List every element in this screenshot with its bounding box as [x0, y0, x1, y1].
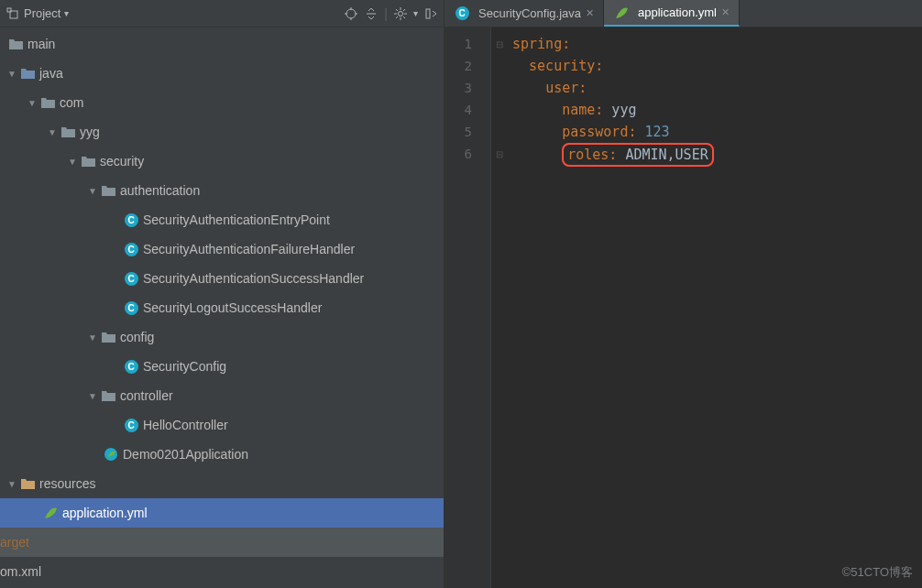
- fold-icon[interactable]: ⊟: [491, 143, 507, 165]
- tree-label: config: [120, 330, 154, 344]
- svg-line-14: [403, 16, 405, 18]
- tree-label: arget: [0, 535, 29, 550]
- tree-class-file[interactable]: C SecurityLogoutSuccessHandler: [0, 293, 444, 322]
- tree-folder-config[interactable]: ▼ config: [0, 322, 444, 352]
- tree-folder-yyg[interactable]: ▼ yyg: [0, 117, 444, 147]
- code-area: 1 2 3 4 5 6 ⊟ ⊟ spring: security: user: …: [445, 27, 922, 588]
- line-number: 4: [445, 99, 490, 121]
- class-icon: C: [454, 6, 470, 21]
- class-icon: C: [123, 300, 139, 315]
- spring-leaf-icon: [42, 506, 59, 520]
- tree-label: java: [39, 66, 63, 81]
- chevron-down-icon: ▼: [7, 69, 16, 79]
- close-icon[interactable]: ✕: [721, 6, 730, 18]
- tree-yml-file[interactable]: application.yml: [0, 498, 444, 528]
- tree-label: resources: [39, 476, 95, 491]
- code-content[interactable]: spring: security: user: name: yyg passwo…: [507, 27, 922, 588]
- tree-label: application.yml: [62, 506, 148, 520]
- tab-application-yml[interactable]: application.yml ✕: [604, 0, 740, 27]
- tree-folder-target[interactable]: arget: [0, 528, 444, 557]
- tree-label: SecurityAuthenticationSuccessHandler: [143, 271, 364, 286]
- folder-icon: [100, 388, 116, 403]
- line-number: 5: [445, 121, 490, 143]
- tree-spring-app[interactable]: Demo0201Application: [0, 440, 444, 469]
- chevron-down-icon: ▼: [48, 127, 57, 137]
- tab-security-config[interactable]: C SecurityConfig.java ✕: [445, 0, 604, 27]
- spring-leaf-icon: [613, 5, 630, 20]
- folder-icon: [100, 183, 116, 198]
- tree-label: security: [100, 154, 144, 169]
- tree-folder-security[interactable]: ▼ security: [0, 147, 444, 176]
- collapse-icon[interactable]: [364, 6, 379, 21]
- tree-folder-authentication[interactable]: ▼ authentication: [0, 176, 444, 205]
- chevron-down-icon: ▼: [27, 98, 37, 108]
- chevron-down-icon[interactable]: ▾: [413, 8, 418, 18]
- tree-folder-main[interactable]: main: [0, 29, 444, 59]
- chevron-down-icon: ▼: [7, 479, 16, 489]
- tree-label: SecurityConfig: [143, 359, 226, 374]
- class-icon: C: [123, 418, 139, 432]
- folder-icon: [60, 125, 76, 139]
- tree-label: authentication: [120, 183, 200, 198]
- line-number: 1: [445, 33, 490, 55]
- line-number: 3: [445, 77, 490, 99]
- class-icon: C: [123, 242, 139, 256]
- tree-label: controller: [120, 388, 173, 403]
- fold-icon[interactable]: ⊟: [491, 33, 507, 55]
- folder-icon: [19, 66, 36, 81]
- tree-class-file[interactable]: C SecurityConfig: [0, 352, 444, 381]
- svg-point-8: [399, 11, 403, 16]
- tree-class-file[interactable]: C SecurityAuthenticationSuccessHandler: [0, 264, 444, 293]
- tree-folder-resources[interactable]: ▼ resources: [0, 469, 444, 498]
- project-sidebar: Project ▾ | ▾ main ▼ java ▼ com ▼: [0, 0, 445, 588]
- tree-label: SecurityAuthenticationEntryPoint: [143, 212, 330, 227]
- tree-label: SecurityLogoutSuccessHandler: [143, 300, 322, 315]
- project-tree: main ▼ java ▼ com ▼ yyg ▼ security ▼ aut…: [0, 27, 444, 588]
- tree-folder-com[interactable]: ▼ com: [0, 88, 444, 117]
- hide-icon[interactable]: [423, 6, 438, 21]
- tab-label: SecurityConfig.java: [478, 6, 581, 20]
- editor: C SecurityConfig.java ✕ application.yml …: [445, 0, 922, 588]
- folder-icon: [80, 154, 96, 169]
- project-scope-icon[interactable]: [5, 6, 20, 21]
- svg-rect-17: [426, 9, 430, 18]
- tree-label: yyg: [80, 125, 100, 139]
- class-icon: C: [123, 212, 139, 227]
- line-gutter: 1 2 3 4 5 6: [445, 27, 490, 588]
- folder-icon: [39, 95, 56, 110]
- fold-gutter: ⊟ ⊟: [490, 27, 507, 588]
- tree-label: Demo0201Application: [123, 447, 248, 462]
- tree-label: HelloController: [143, 418, 228, 432]
- tree-class-file[interactable]: C SecurityAuthenticationFailureHandler: [0, 234, 444, 264]
- locate-icon[interactable]: [344, 6, 358, 21]
- tab-label: application.yml: [638, 5, 717, 19]
- folder-icon: [100, 330, 116, 344]
- editor-tabs: C SecurityConfig.java ✕ application.yml …: [445, 0, 922, 27]
- line-number: 2: [445, 55, 490, 77]
- dropdown-arrow-icon[interactable]: ▾: [64, 8, 69, 18]
- tree-pom-file[interactable]: om.xml: [0, 557, 444, 586]
- chevron-down-icon: ▼: [88, 391, 97, 401]
- folder-icon: [7, 37, 24, 51]
- resources-folder-icon: [19, 476, 36, 491]
- project-toolbar: Project ▾ | ▾: [0, 0, 444, 27]
- project-title: Project: [24, 6, 60, 20]
- tree-folder-controller[interactable]: ▼ controller: [0, 381, 444, 410]
- close-icon[interactable]: ✕: [586, 7, 594, 19]
- tree-class-file[interactable]: C HelloController: [0, 410, 444, 440]
- class-icon: C: [123, 271, 139, 286]
- svg-line-13: [396, 9, 398, 11]
- svg-line-16: [396, 16, 398, 18]
- tree-label: com: [60, 95, 83, 110]
- spring-run-icon: [103, 447, 119, 462]
- tree-label: om.xml: [0, 564, 41, 579]
- chevron-down-icon: ▼: [68, 157, 77, 167]
- chevron-down-icon: ▼: [88, 186, 97, 196]
- tree-class-file[interactable]: C SecurityAuthenticationEntryPoint: [0, 205, 444, 234]
- tree-folder-java[interactable]: ▼ java: [0, 59, 444, 88]
- gear-icon[interactable]: [393, 6, 408, 21]
- tree-label: main: [27, 37, 55, 51]
- line-number: 6: [445, 143, 490, 165]
- svg-point-2: [346, 9, 356, 18]
- watermark: ©51CTO博客: [842, 564, 913, 581]
